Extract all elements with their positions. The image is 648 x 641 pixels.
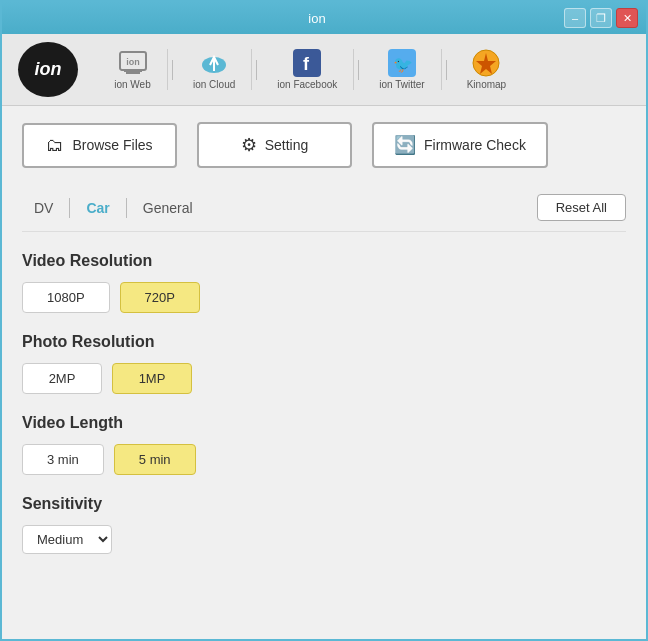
content-area: ion ion ion Web [2,34,646,639]
nav-web-label: ion Web [114,79,151,90]
restore-button[interactable]: ❐ [590,8,612,28]
sensitivity-section: Sensitivity Low Medium High [22,495,626,554]
ion-facebook-icon: f [291,49,323,77]
minimize-button[interactable]: – [564,8,586,28]
nav-bar: ion ion ion Web [2,34,646,106]
photo-res-2mp-button[interactable]: 2MP [22,363,102,394]
tab-car[interactable]: Car [74,196,121,220]
nav-twitter-label: ion Twitter [379,79,424,90]
gear-icon: ⚙ [241,134,257,156]
video-length-options: 3 min 5 min [22,444,626,475]
toolbar: 🗂 Browse Files ⚙ Setting 🔄 Firmware Chec… [2,106,646,184]
video-length-title: Video Length [22,414,626,432]
folder-icon: 🗂 [46,135,64,156]
title-bar: ion – ❐ ✕ [2,2,646,34]
title-bar-controls: – ❐ ✕ [564,8,638,28]
video-res-1080p-button[interactable]: 1080P [22,282,110,313]
nav-divider-1 [172,60,173,80]
nav-item-ion-web[interactable]: ion ion Web [98,49,168,90]
video-resolution-section: Video Resolution 1080P 720P [22,252,626,313]
svg-text:f: f [303,54,310,74]
nav-item-ion-cloud[interactable]: ion Cloud [177,49,252,90]
sensitivity-title: Sensitivity [22,495,626,513]
app-logo[interactable]: ion [18,42,78,97]
nav-item-ion-twitter[interactable]: 🐦 ion Twitter [363,49,441,90]
svg-rect-1 [126,72,140,74]
video-len-3min-button[interactable]: 3 min [22,444,104,475]
svg-rect-2 [124,70,142,72]
ion-web-icon: ion [117,49,149,77]
nav-facebook-label: ion Facebook [277,79,337,90]
logo-text: ion [35,59,62,80]
nav-item-kinomap[interactable]: Kinomap [451,49,522,90]
reset-all-button[interactable]: Reset All [537,194,626,221]
setting-button[interactable]: ⚙ Setting [197,122,352,168]
browse-files-label: Browse Files [72,137,152,153]
window: ion – ❐ ✕ ion ion [0,0,648,641]
video-length-section: Video Length 3 min 5 min [22,414,626,475]
tab-general[interactable]: General [131,196,205,220]
photo-resolution-section: Photo Resolution 2MP 1MP [22,333,626,394]
nav-divider-3 [358,60,359,80]
window-title: ion [70,11,564,26]
nav-cloud-label: ion Cloud [193,79,235,90]
refresh-icon: 🔄 [394,134,416,156]
tab-divider-2 [126,198,127,218]
photo-res-1mp-button[interactable]: 1MP [112,363,192,394]
tab-row: DV Car General Reset All [22,184,626,232]
tab-dv[interactable]: DV [22,196,65,220]
video-res-720p-button[interactable]: 720P [120,282,200,313]
kinomap-icon [470,49,502,77]
nav-divider-4 [446,60,447,80]
svg-text:ion: ion [126,57,140,67]
ion-cloud-icon [198,49,230,77]
photo-resolution-options: 2MP 1MP [22,363,626,394]
firmware-check-button[interactable]: 🔄 Firmware Check [372,122,548,168]
browse-files-button[interactable]: 🗂 Browse Files [22,123,177,168]
photo-resolution-title: Photo Resolution [22,333,626,351]
nav-kinomap-label: Kinomap [467,79,506,90]
main-content: DV Car General Reset All Video Resolutio… [2,184,646,639]
tab-divider-1 [69,198,70,218]
svg-text:🐦: 🐦 [393,55,413,74]
sensitivity-select[interactable]: Low Medium High [22,525,112,554]
nav-divider-2 [256,60,257,80]
close-button[interactable]: ✕ [616,8,638,28]
nav-links: ion ion Web ion Cloud [98,49,630,90]
video-resolution-title: Video Resolution [22,252,626,270]
setting-label: Setting [265,137,309,153]
firmware-label: Firmware Check [424,137,526,153]
video-resolution-options: 1080P 720P [22,282,626,313]
video-len-5min-button[interactable]: 5 min [114,444,196,475]
ion-twitter-icon: 🐦 [386,49,418,77]
nav-item-ion-facebook[interactable]: f ion Facebook [261,49,354,90]
